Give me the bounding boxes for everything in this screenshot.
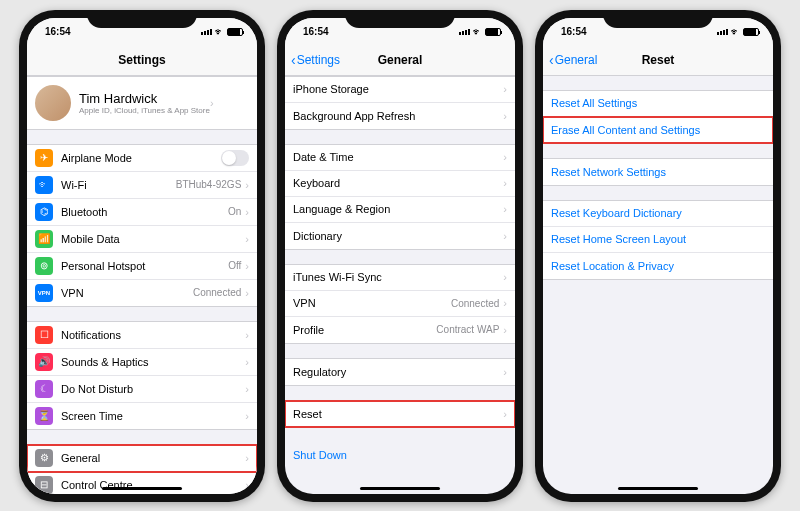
toggle[interactable] <box>221 150 249 166</box>
signal-icon <box>201 29 212 35</box>
back-label: Settings <box>297 53 340 67</box>
chevron-right-icon: › <box>503 271 507 283</box>
row-value: On <box>228 206 241 217</box>
row-do-not-disturb[interactable]: ☾Do Not Disturb› <box>27 376 257 403</box>
row-label: Personal Hotspot <box>61 260 228 272</box>
row-label: Profile <box>293 324 436 336</box>
row-label: iPhone Storage <box>293 83 503 95</box>
row-shut-down[interactable]: Shut Down <box>285 442 515 468</box>
row-bluetooth[interactable]: ⌬BluetoothOn› <box>27 199 257 226</box>
row-value: Off <box>228 260 241 271</box>
notifications-icon: ☐ <box>35 326 53 344</box>
row-label: Shut Down <box>293 449 507 461</box>
row-vpn[interactable]: VPNVPNConnected› <box>27 280 257 306</box>
home-indicator[interactable] <box>102 487 182 490</box>
row-label: Reset Network Settings <box>551 166 765 178</box>
chevron-right-icon: › <box>503 83 507 95</box>
row-vpn[interactable]: VPNConnected› <box>285 291 515 317</box>
content[interactable]: iPhone Storage›Background App Refresh› D… <box>285 76 515 494</box>
row-reset-home-screen-layout[interactable]: Reset Home Screen Layout <box>543 227 773 253</box>
row-personal-hotspot[interactable]: ⊚Personal HotspotOff› <box>27 253 257 280</box>
airplane-icon: ✈ <box>35 149 53 167</box>
row-keyboard[interactable]: Keyboard› <box>285 171 515 197</box>
chevron-right-icon: › <box>245 479 249 491</box>
phone-reset: 16:54 ᯤ ‹ General Reset Reset All Settin… <box>535 10 781 502</box>
row-label: Keyboard <box>293 177 503 189</box>
row-label: Reset All Settings <box>551 97 765 109</box>
row-sounds-haptics[interactable]: 🔊Sounds & Haptics› <box>27 349 257 376</box>
row-general[interactable]: ⚙General› <box>27 445 257 472</box>
wifi-icon: ᯤ <box>35 176 53 194</box>
row-label: Screen Time <box>61 410 245 422</box>
profile-sub: Apple ID, iCloud, iTunes & App Store <box>79 106 210 115</box>
navbar: Settings <box>27 46 257 76</box>
row-reset-keyboard-dictionary[interactable]: Reset Keyboard Dictionary <box>543 201 773 227</box>
row-reset-all-settings[interactable]: Reset All Settings <box>543 91 773 117</box>
row-itunes-wi-fi-sync[interactable]: iTunes Wi-Fi Sync› <box>285 265 515 291</box>
chevron-right-icon: › <box>503 151 507 163</box>
page-title: Reset <box>642 53 675 67</box>
hotspot-icon: ⊚ <box>35 257 53 275</box>
row-label: Sounds & Haptics <box>61 356 245 368</box>
row-mobile-data[interactable]: 📶Mobile Data› <box>27 226 257 253</box>
profile-row[interactable]: Tim Hardwick Apple ID, iCloud, iTunes & … <box>27 77 257 129</box>
row-iphone-storage[interactable]: iPhone Storage› <box>285 77 515 103</box>
row-control-centre[interactable]: ⊟Control Centre› <box>27 472 257 494</box>
row-reset-location-privacy[interactable]: Reset Location & Privacy <box>543 253 773 279</box>
row-regulatory[interactable]: Regulatory› <box>285 359 515 385</box>
dnd-icon: ☾ <box>35 380 53 398</box>
row-reset[interactable]: Reset› <box>285 401 515 427</box>
row-label: Date & Time <box>293 151 503 163</box>
row-wi-fi[interactable]: ᯤWi-FiBTHub4-92GS› <box>27 172 257 199</box>
back-button[interactable]: ‹ Settings <box>291 52 340 68</box>
row-background-app-refresh[interactable]: Background App Refresh› <box>285 103 515 129</box>
row-value: BTHub4-92GS <box>176 179 242 190</box>
mobiledata-icon: 📶 <box>35 230 53 248</box>
row-profile[interactable]: ProfileContract WAP› <box>285 317 515 343</box>
content[interactable]: Reset All SettingsErase All Content and … <box>543 76 773 494</box>
phone-settings: 16:54 ᯤ Settings Tim Hardwick Apple ID, … <box>19 10 265 502</box>
chevron-right-icon: › <box>245 260 249 272</box>
controlcentre-icon: ⊟ <box>35 476 53 494</box>
row-language-region[interactable]: Language & Region› <box>285 197 515 223</box>
home-indicator[interactable] <box>360 487 440 490</box>
row-label: Regulatory <box>293 366 503 378</box>
battery-icon <box>485 28 501 36</box>
content[interactable]: Tim Hardwick Apple ID, iCloud, iTunes & … <box>27 76 257 494</box>
navbar: ‹ Settings General <box>285 46 515 76</box>
chevron-right-icon: › <box>503 110 507 122</box>
chevron-right-icon: › <box>503 297 507 309</box>
home-indicator[interactable] <box>618 487 698 490</box>
row-label: iTunes Wi-Fi Sync <box>293 271 503 283</box>
notch <box>87 10 197 28</box>
row-label: Background App Refresh <box>293 110 503 122</box>
status-time: 16:54 <box>303 26 329 37</box>
back-button[interactable]: ‹ General <box>549 52 597 68</box>
chevron-right-icon: › <box>503 324 507 336</box>
vpn-icon: VPN <box>35 284 53 302</box>
signal-icon <box>459 29 470 35</box>
row-label: Wi-Fi <box>61 179 176 191</box>
row-screen-time[interactable]: ⏳Screen Time› <box>27 403 257 429</box>
row-notifications[interactable]: ☐Notifications› <box>27 322 257 349</box>
back-label: General <box>555 53 598 67</box>
wifi-status-icon: ᯤ <box>215 27 224 37</box>
row-erase-all-content-and-settings[interactable]: Erase All Content and Settings <box>543 117 773 143</box>
page-title: Settings <box>118 53 165 67</box>
row-label: VPN <box>293 297 451 309</box>
row-dictionary[interactable]: Dictionary› <box>285 223 515 249</box>
wifi-status-icon: ᯤ <box>731 27 740 37</box>
chevron-right-icon: › <box>503 366 507 378</box>
row-label: Reset Keyboard Dictionary <box>551 207 765 219</box>
row-reset-network-settings[interactable]: Reset Network Settings <box>543 159 773 185</box>
avatar <box>35 85 71 121</box>
chevron-right-icon: › <box>245 452 249 464</box>
row-airplane-mode[interactable]: ✈Airplane Mode <box>27 145 257 172</box>
wifi-status-icon: ᯤ <box>473 27 482 37</box>
chevron-left-icon: ‹ <box>291 52 296 68</box>
row-label: Airplane Mode <box>61 152 221 164</box>
row-value: Contract WAP <box>436 324 499 335</box>
row-date-time[interactable]: Date & Time› <box>285 145 515 171</box>
row-label: Bluetooth <box>61 206 228 218</box>
row-label: Reset Home Screen Layout <box>551 233 765 245</box>
